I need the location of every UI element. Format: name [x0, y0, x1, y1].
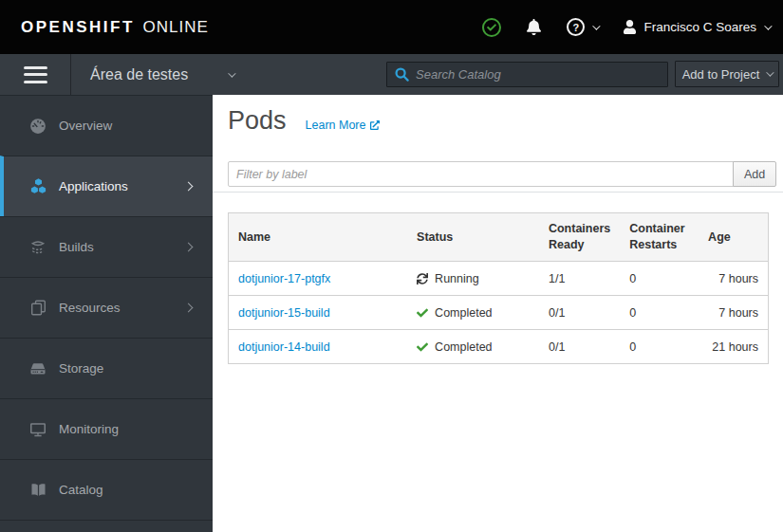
containers-ready-cell: 0/1	[539, 296, 620, 330]
container-restarts-cell: 0	[620, 296, 699, 330]
containers-ready-cell: 1/1	[539, 262, 620, 296]
chevron-down-icon	[228, 69, 235, 77]
column-header-container-restarts: Container Restarts	[620, 213, 699, 262]
check-icon	[417, 341, 428, 353]
monitor-icon	[28, 422, 47, 437]
sidebar-item-label: Storage	[59, 361, 103, 376]
system-status-button[interactable]	[482, 18, 501, 37]
top-navbar: Área de testes Add to Project	[0, 54, 783, 95]
project-selector[interactable]: Área de testes	[90, 54, 233, 95]
dashboard-icon	[28, 118, 47, 135]
project-name: Área de testes	[90, 66, 188, 83]
book-icon	[28, 483, 47, 498]
table-row: dotjunior-15-build Completed 0/1 0 7 hou…	[229, 296, 769, 330]
user-icon	[624, 20, 636, 34]
chevron-down-icon	[766, 68, 774, 76]
add-to-project-button[interactable]: Add to Project	[675, 61, 779, 87]
pod-name-link[interactable]: dotjunior-15-build	[238, 306, 330, 320]
toolbar-divider	[213, 192, 783, 193]
pod-name-link[interactable]: dotjunior-14-build	[238, 340, 330, 354]
sidebar: Overview Applications Builds Resources S…	[0, 95, 213, 532]
search-icon	[395, 67, 409, 82]
refresh-icon	[417, 273, 428, 284]
help-menu-button[interactable]	[567, 18, 598, 36]
brand-logo[interactable]: OPENSHIFT ONLINE	[21, 18, 209, 37]
check-icon	[417, 307, 428, 319]
status-cell: Running	[417, 272, 530, 285]
containers-ready-cell: 0/1	[539, 330, 620, 364]
status-cell: Completed	[417, 340, 530, 354]
age-cell: 21 hours	[699, 330, 768, 364]
hamburger-icon	[24, 66, 47, 69]
sidebar-item-storage[interactable]: Storage	[0, 338, 213, 398]
sidebar-item-catalog[interactable]: Catalog	[0, 459, 213, 520]
filter-toolbar: Add	[228, 161, 776, 187]
pod-name-link[interactable]: dotjunior-17-ptgfx	[238, 272, 330, 285]
sidebar-item-builds[interactable]: Builds	[0, 216, 213, 277]
sidebar-next-item-partial	[0, 520, 213, 532]
column-header-containers-ready: Containers Ready	[539, 213, 620, 262]
sidebar-item-label: Applications	[59, 179, 128, 193]
container-restarts-cell: 0	[620, 262, 699, 296]
page-title: Pods	[228, 106, 287, 136]
chevron-down-icon	[764, 22, 772, 29]
user-name: Francisco C Soares	[643, 20, 756, 34]
masthead-actions: Francisco C Soares	[457, 18, 770, 37]
sidebar-item-label: Catalog	[59, 483, 103, 497]
main-content: Pods Learn More Add Name Status Containe…	[213, 95, 783, 532]
table-row: dotjunior-17-ptgfx Running 1/1 0 7 hours	[229, 262, 769, 296]
sidebar-item-resources[interactable]: Resources	[0, 277, 213, 338]
hamburger-menu-button[interactable]	[0, 54, 71, 95]
status-text: Running	[435, 272, 479, 285]
search-catalog-input[interactable]	[416, 67, 660, 82]
sidebar-item-label: Resources	[59, 301, 121, 315]
learn-more-link[interactable]: Learn More	[306, 119, 381, 132]
sidebar-item-applications[interactable]: Applications	[0, 156, 213, 216]
table-row: dotjunior-14-build Completed 0/1 0 21 ho…	[229, 330, 769, 364]
age-cell: 7 hours	[699, 296, 768, 330]
storage-icon	[28, 361, 47, 376]
status-text: Completed	[435, 340, 492, 354]
status-cell: Completed	[417, 306, 530, 320]
column-header-name: Name	[229, 213, 408, 262]
table-header-row: Name Status Containers Ready Container R…	[229, 213, 769, 262]
page-header: Pods Learn More	[228, 106, 380, 136]
sidebar-item-label: Overview	[59, 119, 112, 133]
notifications-button[interactable]	[527, 19, 541, 35]
chevron-right-icon	[184, 182, 194, 192]
external-link-icon	[370, 120, 380, 130]
column-header-status: Status	[407, 213, 539, 262]
masthead: OPENSHIFT ONLINE Francisco C Soares	[0, 0, 783, 54]
brand-secondary: ONLINE	[143, 18, 209, 36]
pods-table: Name Status Containers Ready Container R…	[228, 212, 769, 364]
sidebar-item-label: Builds	[59, 240, 94, 254]
sidebar-item-overview[interactable]: Overview	[0, 95, 213, 156]
age-cell: 7 hours	[699, 262, 768, 296]
builds-icon	[28, 239, 47, 255]
user-menu-button[interactable]: Francisco C Soares	[624, 20, 770, 34]
status-ok-icon	[482, 18, 501, 37]
chevron-down-icon	[593, 22, 601, 29]
bell-icon	[527, 19, 541, 35]
help-question-icon	[567, 18, 585, 36]
chevron-right-icon	[184, 303, 194, 313]
brand-primary: OPENSHIFT	[21, 18, 135, 36]
filter-add-button[interactable]: Add	[733, 161, 776, 187]
cubes-icon	[28, 178, 47, 194]
sidebar-item-label: Monitoring	[59, 422, 119, 436]
status-text: Completed	[435, 306, 492, 320]
copy-icon	[28, 300, 47, 316]
sidebar-item-monitoring[interactable]: Monitoring	[0, 398, 213, 459]
chevron-right-icon	[184, 243, 194, 252]
filter-by-label-input[interactable]	[228, 161, 734, 187]
column-header-age: Age	[699, 213, 768, 262]
catalog-search	[386, 62, 668, 87]
container-restarts-cell: 0	[620, 330, 699, 364]
